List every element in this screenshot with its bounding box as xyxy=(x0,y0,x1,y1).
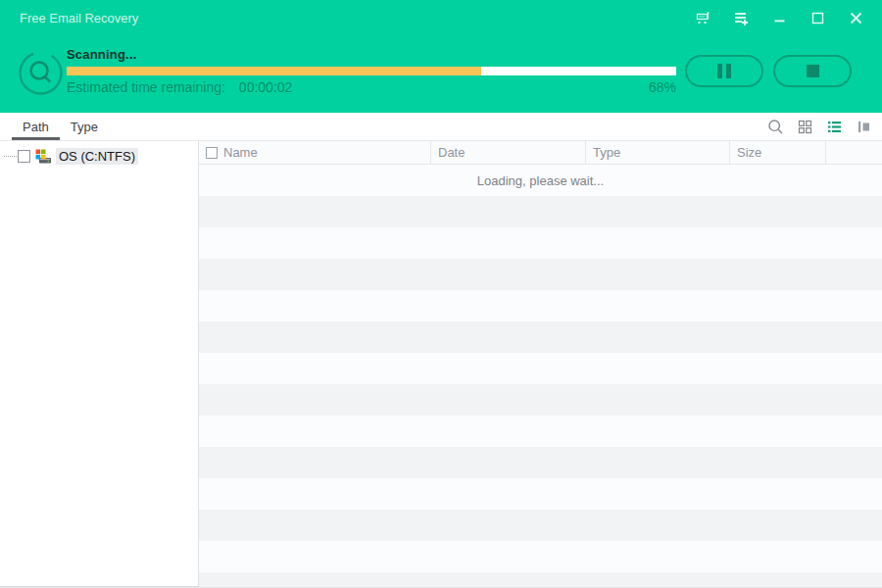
search-icon[interactable] xyxy=(767,119,784,135)
table-row xyxy=(199,572,882,587)
table-row xyxy=(199,321,882,353)
titlebar: Free Email Recovery xyxy=(0,0,882,35)
drive-checkbox[interactable] xyxy=(18,150,30,163)
app-window: Free Email Recovery xyxy=(0,0,882,588)
table-row xyxy=(199,541,882,572)
tree-panel: OS (C:NTFS) xyxy=(0,141,199,587)
pause-icon xyxy=(717,64,722,78)
column-header-extra xyxy=(826,141,882,164)
drive-icon xyxy=(35,149,52,165)
select-all-checkbox[interactable] xyxy=(206,147,218,159)
tabbar: Path Type xyxy=(0,113,882,140)
table-row xyxy=(199,353,882,384)
close-icon[interactable] xyxy=(848,10,864,26)
file-table: Name Date Type Size Loading, please wait… xyxy=(199,141,882,587)
scan-search-icon xyxy=(18,50,64,96)
scan-main: Scanning... Estimated time remaining:00:… xyxy=(67,47,676,95)
table-row: Loading, please wait... xyxy=(199,165,882,196)
view-toolbar xyxy=(767,113,872,140)
eta-label: Estimated time remaining: xyxy=(67,79,225,95)
column-header-name[interactable]: Name xyxy=(199,141,431,164)
tree-item-label[interactable]: OS (C:NTFS) xyxy=(56,148,138,165)
pause-button[interactable] xyxy=(685,55,763,87)
table-row xyxy=(199,510,882,541)
tree-connector xyxy=(4,156,17,157)
table-row xyxy=(199,290,882,321)
table-row xyxy=(199,447,882,478)
table-row xyxy=(199,478,882,510)
grid-view-icon[interactable] xyxy=(797,119,813,135)
stop-button[interactable] xyxy=(773,55,852,87)
cart-icon[interactable] xyxy=(695,10,711,26)
titlebar-icons xyxy=(695,10,870,26)
header: Free Email Recovery xyxy=(0,0,882,113)
scan-section: Scanning... Estimated time remaining:00:… xyxy=(0,35,882,113)
table-header: Name Date Type Size xyxy=(199,141,882,165)
table-row xyxy=(199,259,882,290)
tab-type[interactable]: Type xyxy=(60,113,109,140)
progress-percent: 68% xyxy=(649,79,676,95)
column-header-type[interactable]: Type xyxy=(586,141,730,164)
table-row xyxy=(199,196,882,227)
tab-path[interactable]: Path xyxy=(12,113,60,140)
scan-buttons xyxy=(685,55,852,87)
window-title: Free Email Recovery xyxy=(20,11,695,25)
table-row xyxy=(199,227,882,259)
column-header-size[interactable]: Size xyxy=(730,141,826,164)
table-row xyxy=(199,384,882,416)
scan-info: Estimated time remaining:00:00:02 68% xyxy=(67,79,676,95)
progress-bar xyxy=(67,67,676,75)
scan-status: Scanning... xyxy=(67,47,676,62)
progress-fill xyxy=(67,67,481,75)
loading-message: Loading, please wait... xyxy=(477,173,604,188)
content: OS (C:NTFS) Name Date Type Size Loading,… xyxy=(0,140,882,587)
tree-item-drive[interactable]: OS (C:NTFS) xyxy=(0,141,198,165)
preview-pane-icon[interactable] xyxy=(856,119,872,135)
eta-value: 00:00:02 xyxy=(239,79,293,95)
table-body: Loading, please wait... xyxy=(199,165,882,587)
stop-icon xyxy=(807,65,819,77)
column-header-date[interactable]: Date xyxy=(431,141,586,164)
maximize-icon[interactable] xyxy=(809,10,826,26)
feedback-list-icon[interactable] xyxy=(733,10,750,26)
eta-text: Estimated time remaining:00:00:02 xyxy=(67,79,292,95)
table-row xyxy=(199,416,882,447)
minimize-icon[interactable] xyxy=(771,10,788,26)
list-view-icon[interactable] xyxy=(826,119,843,135)
